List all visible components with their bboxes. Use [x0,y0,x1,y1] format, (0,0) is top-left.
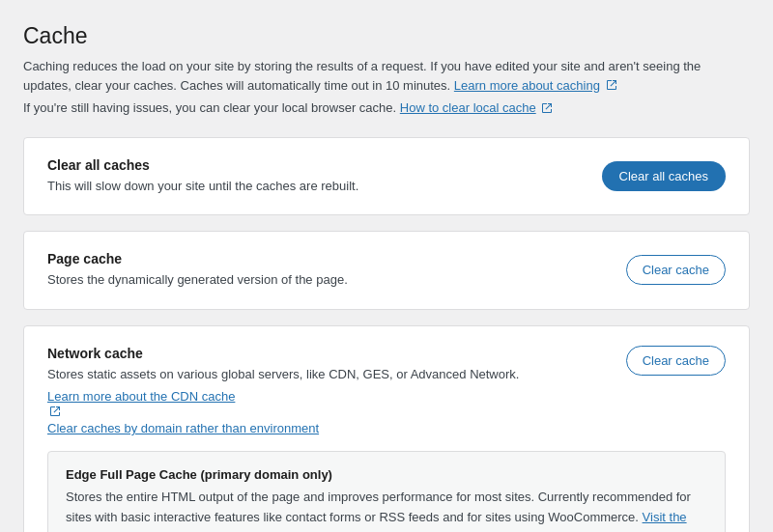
learn-more-caching-link[interactable]: Learn more about caching [454,78,600,93]
network-cache-content: Network cache Stores static assets on va… [47,346,607,436]
page-title: Cache [23,23,750,49]
page-cache-description: Stores the dynamically generated version… [47,270,607,290]
how-to-clear-link[interactable]: How to clear local cache [400,100,536,115]
external-link-icon-2 [541,102,553,114]
page-description-2: If you're still having issues, you can c… [23,98,750,118]
clear-all-caches-card: Clear all caches This will slow down you… [23,137,750,216]
edge-cache-box: Edge Full Page Cache (primary domain onl… [47,451,726,532]
clear-all-content: Clear all caches This will slow down you… [47,157,583,196]
external-link-icon-3 [49,406,61,417]
clear-all-title: Clear all caches [47,157,583,173]
clear-by-domain-link[interactable]: Clear caches by domain rather than envir… [47,421,607,435]
page-cache-content: Page cache Stores the dynamically genera… [47,251,607,290]
network-cache-clear-button[interactable]: Clear cache [626,346,726,376]
edge-cache-title: Edge Full Page Cache (primary domain onl… [66,467,707,482]
edge-cache-description: Stores the entire HTML output of the pag… [66,488,707,532]
network-cache-title: Network cache [47,346,607,361]
network-cache-description: Stores static assets on various global s… [47,365,607,384]
page-cache-clear-button[interactable]: Clear cache [626,255,726,285]
network-cache-top: Network cache Stores static assets on va… [47,346,726,436]
network-cache-card: Network cache Stores static assets on va… [23,325,750,533]
page-cache-card: Page cache Stores the dynamically genera… [23,231,750,310]
external-link-icon-1 [606,79,617,91]
clear-all-caches-button[interactable]: Clear all caches [602,161,727,191]
network-cache-links: Learn more about the CDN cache Clear cac… [47,389,607,435]
cdn-cache-learn-more-link[interactable]: Learn more about the CDN cache [47,389,607,404]
page-description: Caching reduces the load on your site by… [23,57,750,95]
page-cache-title: Page cache [47,251,607,266]
clear-all-description: This will slow down your site until the … [47,177,583,196]
